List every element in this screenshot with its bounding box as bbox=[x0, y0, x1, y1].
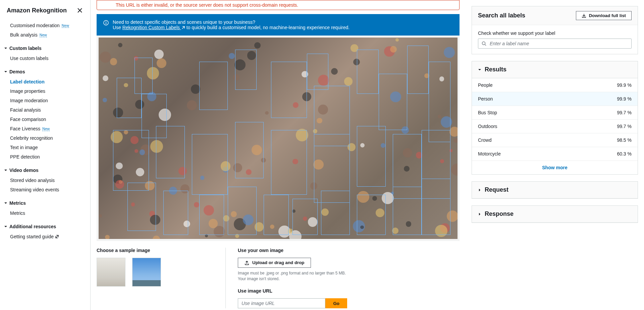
search-label: Check whether we support your label bbox=[478, 30, 632, 36]
external-link-icon bbox=[181, 26, 185, 30]
caret-down-icon bbox=[478, 68, 481, 71]
response-title: Response bbox=[485, 210, 514, 218]
caret-down-icon bbox=[4, 47, 7, 50]
result-row[interactable]: Motorcycle60.3 % bbox=[472, 147, 638, 161]
divider bbox=[225, 248, 226, 309]
caret-down-icon bbox=[4, 70, 7, 73]
custom-labels-link[interactable]: Rekognition Custom Labels bbox=[122, 25, 185, 30]
caret-right-icon bbox=[478, 188, 481, 192]
sidebar-section-header[interactable]: Video demos bbox=[0, 165, 90, 176]
sidebar-item[interactable]: Customised moderationNew bbox=[0, 21, 90, 30]
result-label: People bbox=[478, 82, 493, 88]
new-badge: New bbox=[62, 23, 69, 28]
sidebar-item[interactable]: Image properties bbox=[0, 86, 90, 96]
close-icon bbox=[77, 8, 82, 13]
result-confidence: 99.9 % bbox=[617, 82, 632, 88]
sidebar-section-header[interactable]: Demos bbox=[0, 66, 90, 77]
info-banner-lead: Need to detect specific objects and scen… bbox=[113, 19, 350, 25]
sidebar-section-header[interactable]: Additional resources bbox=[0, 221, 90, 232]
result-row[interactable]: Person99.9 % bbox=[472, 92, 638, 106]
bounding-box bbox=[127, 183, 156, 231]
bounding-box bbox=[199, 62, 228, 110]
result-row[interactable]: Outdoors99.7 % bbox=[472, 120, 638, 133]
label-search-input[interactable] bbox=[490, 41, 628, 46]
sidebar-item[interactable]: Facial analysis bbox=[0, 105, 90, 115]
sidebar-item[interactable]: Metrics bbox=[0, 208, 90, 218]
upload-note: Image must be .jpeg or .png format and n… bbox=[238, 270, 347, 282]
upload-button[interactable]: Upload or drag and drop bbox=[238, 258, 311, 268]
svg-point-1 bbox=[106, 21, 106, 22]
sidebar-item[interactable]: Use custom labels bbox=[0, 54, 90, 63]
result-confidence: 60.3 % bbox=[617, 151, 632, 157]
result-confidence: 98.5 % bbox=[617, 137, 632, 143]
result-row[interactable]: Crowd98.5 % bbox=[472, 133, 638, 147]
new-badge: New bbox=[40, 33, 47, 37]
sample-thumb-1[interactable] bbox=[97, 258, 125, 287]
bounding-box bbox=[307, 54, 328, 90]
bounding-box bbox=[292, 199, 318, 235]
bounding-box bbox=[422, 179, 450, 235]
sample-heading: Choose a sample image bbox=[97, 248, 213, 253]
bounding-box bbox=[156, 126, 185, 178]
sidebar-title: Amazon Rekognition bbox=[7, 7, 67, 14]
results-header[interactable]: Results bbox=[472, 61, 638, 78]
bounding-box bbox=[264, 195, 289, 235]
sidebar-item[interactable]: Bulk analysisNew bbox=[0, 30, 90, 40]
results-panel: Results People99.9 %Person99.9 %Bus Stop… bbox=[472, 61, 638, 175]
request-header[interactable]: Request bbox=[472, 182, 638, 198]
download-list-button[interactable]: Download full list bbox=[576, 11, 632, 20]
results-title: Results bbox=[485, 66, 506, 73]
sidebar-item[interactable]: Label detection bbox=[0, 77, 90, 86]
sidebar-item[interactable]: Face LivenessNew bbox=[0, 124, 90, 133]
sidebar-section-header[interactable]: Metrics bbox=[0, 198, 90, 208]
sidebar-item[interactable]: Getting started guide bbox=[0, 232, 90, 241]
result-row[interactable]: People99.9 % bbox=[472, 78, 638, 92]
bounding-box bbox=[163, 191, 189, 235]
image-url-input[interactable] bbox=[238, 298, 325, 308]
sidebar-item[interactable]: Streaming video events bbox=[0, 185, 90, 194]
main-content: This URL is either invalid, or the sourc… bbox=[91, 0, 466, 310]
url-heading: Use image URL bbox=[238, 288, 347, 294]
result-label: Outdoors bbox=[478, 124, 497, 129]
bounding-box bbox=[393, 187, 422, 235]
external-link-icon bbox=[55, 235, 59, 239]
sidebar-item[interactable]: PPE detection bbox=[0, 152, 90, 162]
response-header[interactable]: Response bbox=[472, 206, 638, 223]
svg-point-3 bbox=[482, 42, 485, 45]
result-label: Bus Stop bbox=[478, 110, 497, 115]
bounding-box bbox=[357, 126, 386, 186]
upload-icon bbox=[244, 260, 250, 265]
bounding-box bbox=[192, 134, 228, 194]
caret-right-icon bbox=[478, 212, 481, 216]
go-button[interactable]: Go bbox=[325, 298, 347, 308]
sample-thumb-2[interactable] bbox=[132, 258, 161, 287]
sidebar-section-header[interactable]: Custom labels bbox=[0, 43, 90, 54]
bounding-box bbox=[379, 74, 408, 130]
sidebar-item[interactable]: Face comparison bbox=[0, 115, 90, 124]
result-label: Crowd bbox=[478, 137, 491, 143]
result-label: Motorcycle bbox=[478, 151, 501, 157]
sidebar-item[interactable]: Text in image bbox=[0, 143, 90, 152]
bounding-box bbox=[271, 62, 307, 118]
bounding-box bbox=[235, 50, 257, 90]
search-box[interactable] bbox=[478, 39, 632, 49]
right-panel: Search all labels Download full list Che… bbox=[466, 0, 644, 310]
sidebar-close-button[interactable] bbox=[76, 7, 84, 14]
result-row[interactable]: Bus Stop99.7 % bbox=[472, 106, 638, 120]
own-image-heading: Use your own image bbox=[238, 248, 347, 253]
image-panel bbox=[97, 36, 460, 241]
bounding-box bbox=[407, 46, 429, 94]
sidebar-item[interactable]: Stored video analysis bbox=[0, 176, 90, 185]
search-panel-title: Search all labels bbox=[478, 12, 525, 19]
search-panel: Search all labels Download full list Che… bbox=[472, 6, 638, 54]
bounding-box bbox=[235, 122, 264, 178]
sidebar-item[interactable]: Celebrity recognition bbox=[0, 133, 90, 143]
sidebar-item[interactable]: Image moderation bbox=[0, 96, 90, 105]
result-confidence: 99.7 % bbox=[617, 124, 632, 129]
show-more-button[interactable]: Show more bbox=[472, 161, 638, 174]
result-label: Person bbox=[478, 96, 493, 102]
info-banner-text: Need to detect specific objects and scen… bbox=[113, 19, 350, 30]
result-confidence: 99.9 % bbox=[617, 96, 632, 102]
svg-rect-2 bbox=[106, 22, 106, 24]
bounding-box bbox=[113, 130, 149, 190]
